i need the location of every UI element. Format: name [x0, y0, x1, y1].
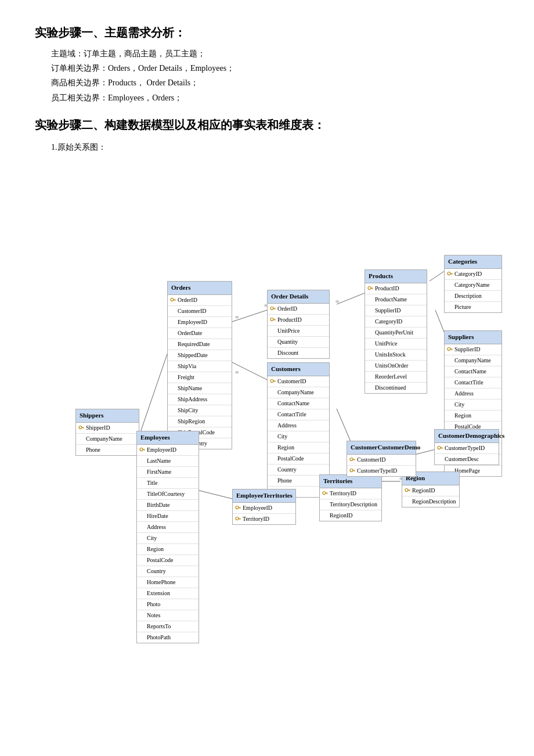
empty-icon [367, 297, 373, 303]
emp-row-photopath: PhotoPath [137, 632, 199, 643]
svg-line-11 [232, 362, 267, 380]
customerdemographics-table: CustomerDemographics CustomerTypeID Cust… [434, 429, 499, 465]
empty-icon [270, 350, 276, 356]
emp-row-postalcode: PostalCode [137, 555, 199, 566]
od-row-orderid: OrderID [268, 304, 329, 315]
empty-icon [78, 436, 84, 442]
et-row-employeeid: EmployeeID [233, 503, 295, 514]
step1-line2: 订单相关边界：Orders，Order Details，Employees； [51, 61, 499, 75]
step2-sub: 1.原始关系图： [51, 140, 499, 154]
empty-icon [447, 380, 453, 386]
sup-row-city: City [445, 399, 501, 411]
categories-header: Categories [445, 255, 501, 269]
empty-icon [139, 469, 145, 475]
cust-row-postalcode: PostalCode [268, 453, 329, 465]
empty-icon [139, 502, 145, 508]
ccd-header: CustomerCustomerDemo [347, 441, 416, 455]
empty-icon [139, 535, 145, 541]
step1-line4: 员工相关边界：Employees，Orders； [51, 91, 499, 105]
empty-icon [447, 391, 453, 397]
key-icon [270, 306, 276, 312]
empty-icon [139, 568, 145, 574]
key-icon [170, 297, 176, 303]
products-table: Products ProductID ProductName SupplierI… [365, 269, 427, 394]
emp-row-photo: Photo [137, 599, 199, 610]
od-row-unitprice: UnitPrice [268, 326, 329, 337]
key-icon [349, 457, 355, 463]
cust-row-country: Country [268, 465, 329, 476]
empty-icon [139, 624, 145, 629]
terr-row-territoryid: TerritoryID [320, 488, 381, 499]
prod-row-productname: ProductName [365, 294, 427, 305]
empty-icon [270, 328, 276, 334]
empterritories-table: EmployeeTerritories EmployeeID Territory… [232, 489, 296, 525]
svg-line-18 [197, 490, 232, 499]
empty-icon [447, 358, 453, 363]
emp-row-hiredate: HireDate [137, 511, 199, 522]
sup-row-contactname: ContactName [445, 366, 501, 377]
emp-row-title: Title [137, 478, 199, 489]
emp-row-lastname: LastName [137, 456, 199, 467]
empty-icon [270, 390, 276, 395]
empty-icon [139, 591, 145, 596]
sup-row-companyname: CompanyName [445, 355, 501, 366]
key-icon [322, 491, 328, 496]
emp-row-homephone: HomePhone [137, 577, 199, 588]
empty-icon [367, 374, 373, 380]
step1-section: 实验步骤一、主题需求分析： 主题域：订单主题，商品主题，员工主题； 订单相关边界… [35, 23, 499, 105]
prod-row-unitprice: UnitPrice [365, 339, 427, 350]
svg-text:∞: ∞ [335, 298, 339, 304]
cd-row-customertypeid: CustomerTypeID [435, 443, 499, 454]
step1-line3: 商品相关边界：Products， Order Details； [51, 75, 499, 90]
empty-icon [270, 339, 276, 345]
emp-row-extension: Extension [137, 588, 199, 599]
key-icon [437, 445, 443, 451]
empty-icon [139, 480, 145, 486]
svg-line-1 [232, 310, 267, 322]
orders-row-shippeddate: ShippedDate [168, 350, 232, 361]
ccd-row-customerid: CustomerID [347, 455, 416, 466]
key-icon [270, 379, 276, 384]
empty-icon [437, 456, 443, 462]
orderdetails-header: Order Details [268, 290, 329, 304]
svg-line-0 [140, 351, 168, 432]
empty-icon [447, 293, 453, 299]
customers-header: Customers [268, 363, 329, 376]
emp-row-region: Region [137, 544, 199, 555]
prod-row-supplierid: SupplierID [365, 305, 427, 316]
emp-row-titleofcourtesy: TitleOfCourtesy [137, 489, 199, 500]
key-icon [235, 505, 241, 511]
orderdetails-table: Order Details OrderID ProductID UnitPric… [267, 290, 330, 359]
orders-row-orderdate: OrderDate [168, 328, 232, 339]
prod-row-unitsinstock: UnitsInStock [365, 350, 427, 361]
empty-icon [170, 408, 176, 413]
od-row-quantity: Quantity [268, 337, 329, 348]
prod-row-discontinued: Discontinued [365, 383, 427, 393]
prod-row-qtyperunit: QuantityPerUnit [365, 327, 427, 339]
empty-icon [170, 419, 176, 424]
orders-header: Orders [168, 282, 232, 295]
cust-row-customerid: CustomerID [268, 376, 329, 387]
svg-line-4 [337, 293, 366, 304]
shippers-row-shipperid: ShipperID [76, 423, 139, 434]
step1-body: 主题域：订单主题，商品主题，员工主题； 订单相关边界：Orders，Order … [51, 46, 499, 105]
svg-text:∞: ∞ [235, 314, 239, 320]
empty-icon [170, 352, 176, 358]
empty-icon [322, 513, 328, 519]
svg-text:∞: ∞ [235, 369, 239, 375]
sup-row-contacttitle: ContactTitle [445, 377, 501, 388]
empty-icon [139, 513, 145, 519]
cust-row-contacttitle: ContactTitle [268, 409, 329, 420]
sup-row-address: Address [445, 388, 501, 399]
orders-row-shipvia: ShipVia [168, 361, 232, 372]
empty-icon [447, 369, 453, 375]
empty-icon [139, 557, 145, 563]
cat-row-description: Description [445, 291, 501, 302]
orders-row-shipaddress: ShipAddress [168, 394, 232, 405]
terr-row-description: TerritoryDescription [320, 499, 381, 510]
step2-body: 1.原始关系图： [51, 140, 499, 154]
orders-row-customerid: CustomerID [168, 306, 232, 317]
categories-table: Categories CategoryID CategoryName Descr… [444, 255, 502, 313]
customercustomerdemo-table: CustomerCustomerDemo CustomerID Customer… [347, 441, 416, 477]
sup-row-region: Region [445, 411, 501, 422]
